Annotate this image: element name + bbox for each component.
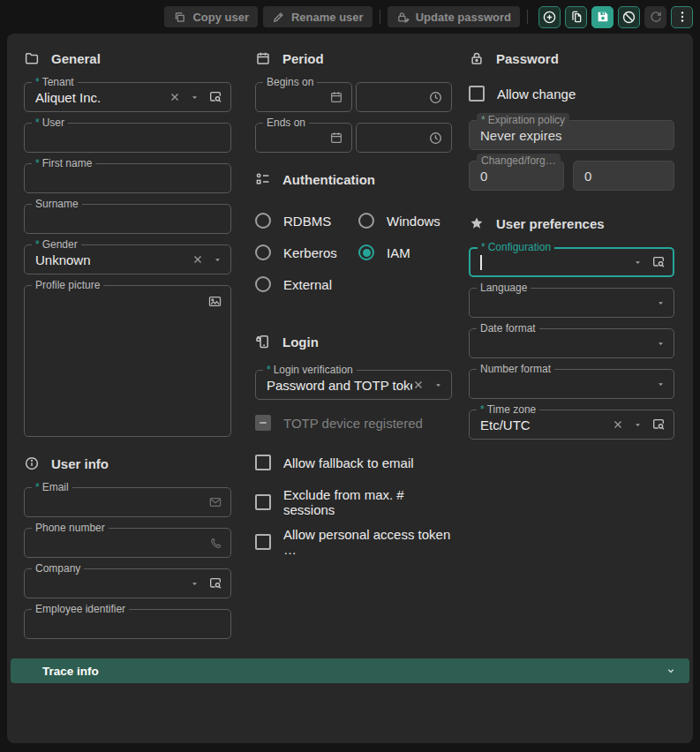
- dropdown-arrow-icon[interactable]: [190, 93, 199, 102]
- add-button[interactable]: [538, 6, 561, 28]
- field-label: Date format: [480, 322, 536, 335]
- begins-on-date-field[interactable]: Begins on: [255, 82, 352, 112]
- date-format-field[interactable]: Date format: [469, 328, 674, 358]
- copy-user-button[interactable]: Copy user: [164, 6, 258, 27]
- browse-icon[interactable]: [208, 576, 222, 590]
- time-zone-field[interactable]: *Time zone Etc/UTC: [469, 410, 674, 440]
- browse-icon[interactable]: [651, 417, 666, 432]
- dropdown-arrow-icon[interactable]: [656, 380, 666, 389]
- field-label: Company: [35, 562, 80, 575]
- phone-number-field[interactable]: Phone number: [24, 528, 231, 558]
- login-verification-field[interactable]: *Login verification Password and TOTP to…: [255, 370, 452, 400]
- dropdown-arrow-icon[interactable]: [633, 258, 643, 267]
- employee-identifier-field[interactable]: Employee identifier: [24, 609, 231, 639]
- dropdown-arrow-icon[interactable]: [433, 380, 443, 390]
- field-label: Phone number: [35, 522, 105, 534]
- tenant-value: Aliquet Inc.: [35, 90, 169, 105]
- calendar-icon: [255, 50, 271, 66]
- clock-icon[interactable]: [428, 131, 443, 146]
- radio-windows[interactable]: Windows: [358, 213, 452, 229]
- field-label: First name: [42, 157, 93, 169]
- radio-kerberos[interactable]: Kerberos: [255, 244, 358, 260]
- required-marker: *: [480, 403, 485, 416]
- info-icon: [24, 455, 40, 471]
- update-password-button[interactable]: Update password: [388, 6, 520, 27]
- block-button[interactable]: [618, 6, 640, 28]
- trace-info-expander[interactable]: Trace info: [11, 658, 689, 683]
- ends-on-date-field[interactable]: Ends on: [255, 123, 352, 153]
- gender-field[interactable]: *Gender Unknown: [24, 244, 231, 274]
- expiration-policy-value: Never expires: [480, 128, 666, 143]
- language-field[interactable]: Language: [469, 288, 674, 318]
- checklist-icon: [255, 171, 271, 187]
- toolbar-icon-group: [538, 6, 693, 28]
- column-password-preferences: Password Allow change *Expiration policy…: [469, 49, 674, 650]
- field-label: Profile picture: [35, 279, 100, 291]
- configuration-field[interactable]: *Configuration: [469, 247, 674, 277]
- authentication-options: RDBMS Windows Kerberos IAM External: [255, 213, 452, 292]
- checkbox-label: Allow change: [497, 86, 576, 102]
- calendar-icon[interactable]: [329, 90, 343, 104]
- begins-on-time-field[interactable]: [356, 82, 452, 112]
- ends-on-time-field[interactable]: [356, 123, 452, 153]
- copy-user-label: Copy user: [192, 11, 249, 24]
- chevron-down-icon: [665, 665, 677, 677]
- checkbox-exclude-from-max-sessions[interactable]: Exclude from max. # sessions: [255, 493, 452, 511]
- save-button[interactable]: [591, 6, 613, 28]
- save-icon: [596, 10, 610, 24]
- dropdown-arrow-icon[interactable]: [633, 420, 643, 430]
- field-label: Time zone: [487, 403, 537, 416]
- company-field[interactable]: Company: [24, 568, 231, 598]
- required-marker: *: [267, 364, 271, 376]
- duplicate-button[interactable]: [565, 6, 587, 28]
- radio-label: RDBMS: [283, 214, 331, 229]
- field-label: Language: [480, 282, 527, 294]
- section-password: Password: [469, 49, 674, 67]
- first-name-field[interactable]: *First name: [24, 163, 231, 193]
- checkbox-allow-fallback-to-email[interactable]: Allow fallback to email: [255, 454, 452, 471]
- email-field[interactable]: *Email: [24, 487, 231, 517]
- changed-forgotten-field: Changed/forg… 0: [469, 161, 564, 191]
- lock-edit-icon: [396, 11, 410, 24]
- checkbox-label: Allow fallback to email: [283, 455, 414, 470]
- duplicate-icon: [569, 10, 583, 24]
- radio-icon: [255, 276, 271, 292]
- ends-on-row: Ends on: [255, 123, 452, 153]
- required-marker: *: [481, 114, 485, 126]
- begins-on-row: Begins on: [255, 82, 452, 112]
- field-label: Email: [42, 481, 69, 493]
- dropdown-arrow-icon[interactable]: [190, 579, 199, 589]
- browse-icon[interactable]: [208, 90, 222, 104]
- clear-icon[interactable]: [192, 253, 204, 266]
- clock-icon[interactable]: [428, 90, 443, 105]
- clear-icon[interactable]: [412, 379, 425, 391]
- password-counters-row: Changed/forg… 0 0: [469, 161, 674, 191]
- user-field[interactable]: *User: [24, 123, 231, 153]
- gender-value: Unknown: [35, 252, 192, 267]
- checkbox-allow-personal-access-token[interactable]: Allow personal access token …: [255, 533, 452, 551]
- calendar-icon[interactable]: [329, 131, 343, 145]
- browse-icon[interactable]: [651, 255, 666, 269]
- column-general: General *Tenant Aliquet Inc. *User *Firs…: [24, 49, 231, 650]
- clear-icon[interactable]: [169, 91, 181, 103]
- more-menu-button[interactable]: [671, 6, 693, 28]
- radio-external[interactable]: External: [255, 276, 358, 292]
- number-format-field[interactable]: Number format: [469, 369, 674, 399]
- profile-picture-field[interactable]: Profile picture: [24, 285, 231, 437]
- radio-rdbms[interactable]: RDBMS: [255, 213, 358, 229]
- field-label: Number format: [480, 363, 551, 375]
- dropdown-arrow-icon[interactable]: [656, 298, 666, 308]
- refresh-button[interactable]: [644, 6, 666, 28]
- clear-icon[interactable]: [612, 418, 624, 431]
- login-verification-value: Password and TOTP token: [267, 378, 412, 393]
- tenant-field[interactable]: *Tenant Aliquet Inc.: [24, 82, 231, 112]
- dropdown-arrow-icon[interactable]: [656, 339, 666, 349]
- password-counter-value: 0: [584, 169, 666, 184]
- dropdown-arrow-icon[interactable]: [213, 255, 222, 265]
- rename-user-button[interactable]: Rename user: [263, 6, 373, 27]
- surname-field[interactable]: Surname: [24, 204, 231, 234]
- image-icon[interactable]: [207, 294, 222, 309]
- radio-iam[interactable]: IAM: [358, 244, 452, 260]
- checkbox-allow-change[interactable]: Allow change: [469, 85, 674, 102]
- checkbox-icon: [255, 494, 271, 510]
